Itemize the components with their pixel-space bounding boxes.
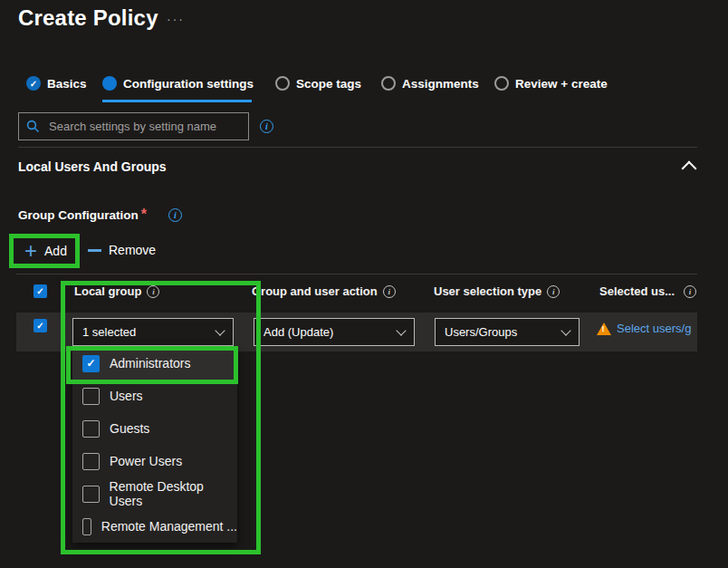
unchecked-checkbox[interactable] <box>82 486 100 503</box>
tab-label: Basics <box>47 77 87 91</box>
column-info-icon[interactable]: i <box>547 285 560 298</box>
row-checkbox[interactable]: ✓ <box>34 319 47 332</box>
select-users-link[interactable]: Select users/g <box>617 322 691 335</box>
chevron-down-icon <box>396 325 406 335</box>
more-options-icon[interactable]: ··· <box>167 12 185 26</box>
required-asterisk: * <box>141 207 147 223</box>
tab-configuration-settings[interactable]: Configuration settings <box>102 76 254 91</box>
tab-scope-tags[interactable]: Scope tags <box>275 76 361 91</box>
checked-checkbox[interactable]: ✓ <box>82 355 100 372</box>
step-todo-icon <box>494 76 509 91</box>
select-all-checkbox[interactable]: ✓ <box>34 284 47 298</box>
flyout-item-guests[interactable]: Guests <box>72 412 237 445</box>
active-tab-underline <box>102 100 252 102</box>
flyout-item-remote-desktop-users[interactable]: Remote Desktop Users <box>72 477 237 510</box>
create-policy-window: Create Policy ··· ✓ Basics Configuration… <box>0 0 728 568</box>
column-header-selected-users[interactable]: Selected us... i <box>599 284 696 298</box>
unchecked-checkbox[interactable] <box>82 420 100 438</box>
add-button-label: Add <box>44 244 67 258</box>
user-selection-type-dropdown[interactable]: Users/Groups <box>435 318 580 346</box>
tab-label: Assignments <box>402 77 479 91</box>
plus-icon: + <box>24 243 37 259</box>
warning-icon: ! <box>597 323 611 335</box>
column-info-icon[interactable]: i <box>684 285 696 298</box>
flyout-item-administrators[interactable]: ✓ Administrators <box>72 347 237 380</box>
search-settings-box[interactable] <box>18 112 249 140</box>
flyout-item-label: Remote Desktop Users <box>110 479 237 508</box>
flyout-item-remote-management[interactable]: Remote Management ... <box>72 510 237 543</box>
tab-label: Scope tags <box>296 77 361 91</box>
unchecked-checkbox[interactable] <box>82 388 100 405</box>
flyout-item-label: Users <box>110 389 143 403</box>
remove-button[interactable]: Remove <box>88 243 156 257</box>
add-button[interactable]: + Add <box>24 243 67 259</box>
step-todo-icon <box>275 76 290 91</box>
step-complete-icon: ✓ <box>26 76 41 91</box>
search-input[interactable] <box>47 119 241 134</box>
section-title: Local Users And Groups <box>18 159 167 174</box>
flyout-item-label: Guests <box>110 421 149 436</box>
flyout-item-label: Power Users <box>110 454 182 468</box>
selection-type-value: Users/Groups <box>445 325 517 339</box>
page-title: Create Policy <box>18 5 158 31</box>
tab-assignments[interactable]: Assignments <box>381 76 479 91</box>
local-group-value: 1 selected <box>82 325 136 339</box>
chevron-down-icon <box>215 325 225 335</box>
unchecked-checkbox[interactable] <box>82 518 91 535</box>
search-info-icon[interactable]: i <box>260 120 273 133</box>
local-group-flyout: ✓ Administrators Users Guests Power User… <box>72 347 237 543</box>
remove-button-label: Remove <box>109 243 156 257</box>
column-header-local-group[interactable]: Local group i <box>74 284 159 298</box>
flyout-item-power-users[interactable]: Power Users <box>72 445 237 477</box>
search-icon <box>26 120 40 133</box>
step-todo-icon <box>381 76 396 91</box>
minus-icon <box>88 249 101 252</box>
column-info-icon[interactable]: i <box>383 285 396 298</box>
collapse-section-icon[interactable] <box>682 161 697 177</box>
flyout-item-users[interactable]: Users <box>72 380 237 412</box>
tab-label: Review + create <box>515 77 608 91</box>
tab-label: Configuration settings <box>123 77 254 91</box>
unchecked-checkbox[interactable] <box>82 453 100 470</box>
tab-review-create[interactable]: Review + create <box>494 76 608 91</box>
column-info-icon[interactable]: i <box>147 285 159 298</box>
group-user-action-dropdown[interactable]: Add (Update) <box>254 318 415 346</box>
flyout-item-label: Administrators <box>110 356 190 371</box>
step-current-icon <box>102 76 117 91</box>
section-divider <box>18 147 697 148</box>
flyout-item-label: Remote Management ... <box>101 519 237 534</box>
local-group-dropdown[interactable]: 1 selected <box>72 318 234 346</box>
tab-basics[interactable]: ✓ Basics <box>26 76 87 91</box>
group-configuration-label: Group Configuration <box>18 208 139 222</box>
action-value: Add (Update) <box>263 325 333 339</box>
table-top-divider <box>16 274 697 274</box>
chevron-down-icon <box>560 325 570 335</box>
column-header-group-user-action[interactable]: Group and user action i <box>252 284 396 298</box>
column-header-user-selection-type[interactable]: User selection type i <box>434 284 560 298</box>
group-configuration-info-icon[interactable]: i <box>168 208 182 222</box>
